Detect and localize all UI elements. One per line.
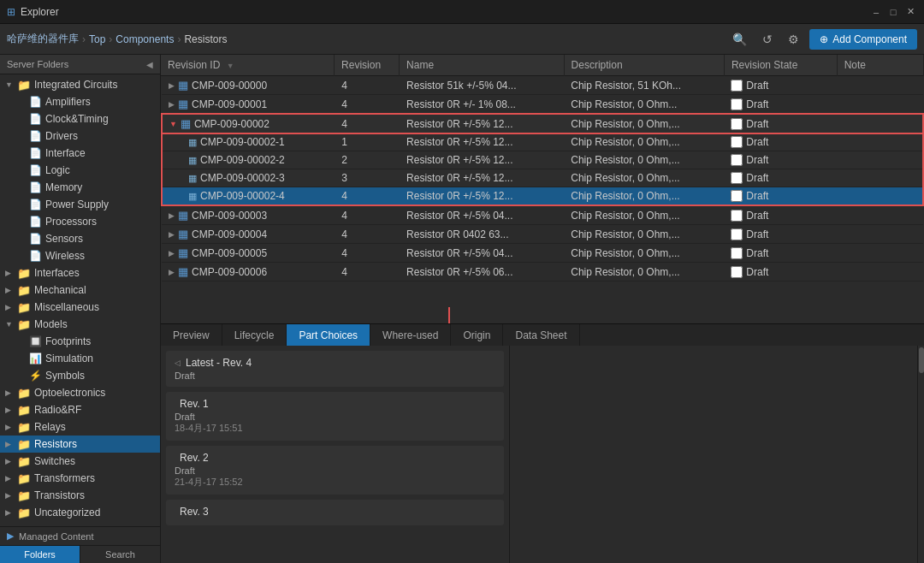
tab-folders[interactable]: Folders: [0, 546, 80, 563]
tab-origin[interactable]: Origin: [451, 324, 503, 346]
state-checkbox[interactable]: [731, 210, 743, 222]
table-row[interactable]: ▶ ▦ CMP-009-00006 4 Resistor 0R +/-5% 06…: [162, 263, 923, 282]
state-checkbox[interactable]: [731, 247, 743, 259]
cell-state: Draft: [746, 190, 768, 202]
cell-revision: 2: [335, 151, 400, 169]
tab-preview[interactable]: Preview: [161, 324, 222, 346]
sidebar-item-drivers[interactable]: 📄 Drivers: [0, 127, 160, 145]
sidebar-label: Sensors: [45, 233, 83, 245]
sidebar-item-integrated-circuits[interactable]: ▼ 📁 Integrated Circuits: [0, 76, 160, 93]
col-header-revision-id[interactable]: Revision ID ▼: [161, 55, 335, 76]
content-area: Revision ID ▼ Revision Name Description …: [161, 55, 924, 563]
sidebar-managed-content[interactable]: ▶ Managed Content: [0, 526, 160, 545]
add-component-plus-icon: ⊕: [820, 33, 828, 45]
sidebar-item-wireless[interactable]: 📄 Wireless: [0, 247, 160, 264]
breadcrumb-library[interactable]: 哈萨维的器件库: [7, 32, 79, 46]
sidebar-item-logic[interactable]: 📄 Logic: [0, 162, 160, 179]
folder-icon: 📁: [17, 79, 31, 92]
revision-card-1[interactable]: Rev. 1 Draft 18-4月-17 15:51: [166, 392, 504, 441]
sidebar-label: Miscellaneous: [34, 301, 99, 313]
sidebar-item-models[interactable]: ▼ 📁 Models: [0, 316, 160, 333]
sidebar-item-sensors[interactable]: 📄 Sensors: [0, 230, 160, 247]
sidebar-collapse-icon[interactable]: ◀: [146, 60, 153, 69]
revision-card-3[interactable]: Rev. 3: [166, 500, 504, 525]
sidebar-item-optoelectronics[interactable]: ▶ 📁 Optoelectronics: [0, 384, 160, 401]
table-row[interactable]: ▦ CMP-009-00002-4 4 Resistor 0R +/-5% 12…: [162, 187, 923, 206]
breadcrumb-top[interactable]: Top: [89, 33, 105, 45]
tab-search[interactable]: Search: [80, 546, 160, 563]
sidebar-item-uncategorized[interactable]: ▶ 📁 Uncategorized: [0, 504, 160, 521]
state-checkbox[interactable]: [731, 136, 743, 148]
refresh-button[interactable]: ↺: [757, 29, 778, 50]
sidebar-item-resistors[interactable]: ▶ 📁 Resistors: [0, 436, 160, 453]
sidebar-item-symbols[interactable]: ⚡ Symbols: [0, 367, 160, 384]
table-row[interactable]: ▶ ▦ CMP-009-00000 4 Resistor 51k +/-5% 0…: [162, 76, 923, 95]
sidebar-item-miscellaneous[interactable]: ▶ 📁 Miscellaneous: [0, 299, 160, 316]
sidebar-item-clock-timing[interactable]: 📄 Clock&Timing: [0, 110, 160, 127]
sidebar-label: Transformers: [34, 472, 95, 484]
state-checkbox[interactable]: [731, 228, 743, 240]
expand-icon: ▶: [169, 81, 175, 90]
table-row[interactable]: ▦ CMP-009-00002-3 3 Resistor 0R +/-5% 12…: [162, 169, 923, 187]
sidebar-item-footprints[interactable]: 🔲 Footprints: [0, 333, 160, 350]
sidebar-item-transistors[interactable]: ▶ 📁 Transistors: [0, 487, 160, 504]
sidebar-item-power-supply[interactable]: 📄 Power Supply: [0, 196, 160, 213]
revision-card-2[interactable]: Rev. 2 Draft 21-4月-17 15:52: [166, 446, 504, 495]
sidebar-item-amplifiers[interactable]: 📄 Amplifiers: [0, 93, 160, 110]
table-row[interactable]: ▦ CMP-009-00002-1 1 Resistor 0R +/-5% 12…: [162, 133, 923, 151]
col-header-description[interactable]: Description: [564, 55, 724, 76]
state-checkbox[interactable]: [731, 266, 743, 278]
sidebar-item-switches[interactable]: ▶ 📁 Switches: [0, 453, 160, 470]
state-checkbox[interactable]: [731, 98, 743, 110]
state-checkbox[interactable]: [731, 118, 743, 130]
add-component-button[interactable]: ⊕ Add Component: [809, 29, 917, 50]
sidebar-label: Switches: [34, 455, 75, 467]
sidebar-item-memory[interactable]: 📄 Memory: [0, 179, 160, 196]
tab-part-choices[interactable]: Part Choices: [287, 324, 370, 346]
minimize-button[interactable]: –: [869, 5, 883, 19]
state-checkbox[interactable]: [731, 190, 743, 202]
cell-revision-id: CMP-009-00001: [192, 98, 267, 110]
sidebar-item-relays[interactable]: ▶ 📁 Relays: [0, 418, 160, 436]
tab-lifecycle[interactable]: Lifecycle: [222, 324, 287, 346]
col-header-revision[interactable]: Revision: [335, 55, 400, 76]
table-row[interactable]: ▦ CMP-009-00002-2 2 Resistor 0R +/-5% 12…: [162, 151, 923, 169]
sidebar-item-interface[interactable]: 📄 Interface: [0, 145, 160, 162]
tab-where-used[interactable]: Where-used: [370, 324, 451, 346]
search-icon-button[interactable]: 🔍: [727, 29, 752, 50]
cell-revision: 3: [335, 169, 400, 187]
sidebar-item-processors[interactable]: 📄 Processors: [0, 213, 160, 230]
folder-icon: 📁: [17, 507, 31, 519]
table-row[interactable]: ▶ ▦ CMP-009-00003 4 Resistor 0R +/-5% 04…: [162, 205, 923, 225]
close-button[interactable]: ✕: [903, 5, 917, 19]
maximize-button[interactable]: □: [886, 5, 900, 19]
revision-list-panel[interactable]: ◁ Latest - Rev. 4 Draft Rev. 1 Draft 18-…: [161, 346, 510, 563]
table-body-scroll[interactable]: ▶ ▦ CMP-009-00000 4 Resistor 51k +/-5% 0…: [161, 76, 924, 321]
sidebar-label: Resistors: [34, 438, 77, 450]
breadcrumb-components[interactable]: Components: [116, 33, 174, 45]
table-row[interactable]: ▶ ▦ CMP-009-00004 4 Resistor 0R 0402 63.…: [162, 225, 923, 244]
table-row[interactable]: ▼ ▦ CMP-009-00002 4 Resistor 0R +/-5% 12…: [162, 114, 923, 133]
expand-icon: ▶: [5, 388, 15, 397]
cell-description: Chip Resistor, 0 Ohm,...: [564, 244, 724, 263]
sidebar-item-transformers[interactable]: ▶ 📁 Transformers: [0, 470, 160, 487]
sidebar-item-simulation[interactable]: 📊 Simulation: [0, 350, 160, 367]
state-checkbox[interactable]: [731, 80, 743, 92]
tab-data-sheet[interactable]: Data Sheet: [503, 324, 579, 346]
window-controls: – □ ✕: [869, 5, 917, 19]
revision-card-latest[interactable]: ◁ Latest - Rev. 4 Draft: [166, 351, 504, 387]
col-header-name[interactable]: Name: [400, 55, 564, 76]
folder-icon: 📄: [29, 216, 42, 228]
state-checkbox[interactable]: [731, 154, 743, 166]
expand-icon: ▶: [5, 440, 15, 448]
sidebar-item-interfaces[interactable]: ▶ 📁 Interfaces: [0, 264, 160, 282]
settings-button[interactable]: ⚙: [783, 29, 804, 50]
table-row[interactable]: ▶ ▦ CMP-009-00001 4 Resistor 0R +/- 1% 0…: [162, 95, 923, 115]
col-header-note[interactable]: Note: [837, 55, 923, 76]
col-header-revision-state[interactable]: Revision State: [724, 55, 837, 76]
table-row[interactable]: ▶ ▦ CMP-009-00005 4 Resistor 0R +/-5% 04…: [162, 244, 923, 263]
sidebar-item-radio-rf[interactable]: ▶ 📁 Radio&RF: [0, 401, 160, 418]
state-checkbox[interactable]: [731, 172, 743, 184]
expand-icon[interactable]: ▼: [169, 120, 177, 128]
sidebar-item-mechanical[interactable]: ▶ 📁 Mechanical: [0, 282, 160, 299]
